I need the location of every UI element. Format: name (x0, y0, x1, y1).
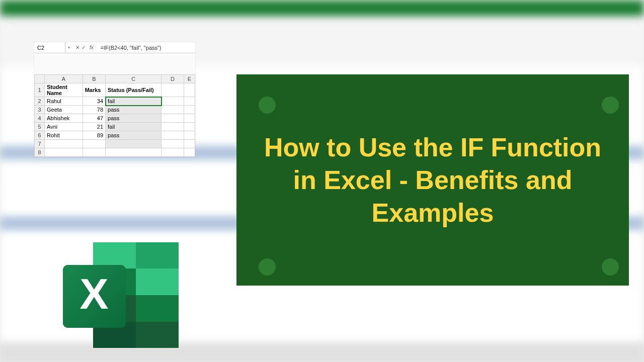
formula-input[interactable]: =IF(B2<40, "fail", "pass") (99, 45, 195, 51)
cell[interactable]: Abhishek (45, 114, 83, 123)
row-header[interactable]: 2 (35, 97, 45, 106)
cell[interactable] (45, 148, 83, 157)
cell[interactable] (162, 140, 184, 148)
cell[interactable] (184, 114, 195, 123)
formula-bar: C2 ▾ ✕ ✓ fx =IF(B2<40, "fail", "pass") (34, 42, 195, 53)
cell[interactable]: 47 (83, 114, 105, 123)
cell[interactable]: pass (106, 131, 162, 140)
col-header[interactable]: B (83, 75, 105, 83)
cell[interactable] (83, 148, 105, 157)
col-header[interactable]: A (45, 75, 83, 83)
decoration-dot (602, 258, 619, 276)
excel-snippet: C2 ▾ ✕ ✓ fx =IF(B2<40, "fail", "pass") A… (34, 42, 195, 157)
spreadsheet-grid[interactable]: A B C D E 1 Student Name Marks Status (P… (34, 74, 195, 157)
svg-rect-6 (136, 295, 179, 322)
cell[interactable]: Avni (45, 123, 83, 131)
cell[interactable] (162, 148, 184, 157)
name-box[interactable]: C2 (34, 42, 65, 53)
svg-text:X: X (79, 269, 108, 318)
col-header[interactable]: C (106, 75, 162, 83)
cell[interactable] (162, 106, 184, 114)
title-card: How to Use the IF Function in Excel - Be… (236, 74, 629, 286)
decoration-dot (602, 97, 619, 114)
cell[interactable] (184, 140, 195, 148)
cell[interactable] (184, 148, 195, 157)
cell[interactable]: 89 (83, 131, 105, 140)
cell[interactable] (184, 83, 195, 97)
cell[interactable]: pass (106, 106, 162, 114)
cell[interactable]: Rahul (45, 97, 83, 106)
col-header[interactable]: D (162, 75, 184, 83)
cell[interactable]: Status (Pass/Fail) (106, 83, 162, 97)
cell[interactable] (184, 131, 195, 140)
fx-icon[interactable]: fx (88, 45, 96, 50)
cell[interactable]: 78 (83, 106, 105, 114)
cell[interactable] (162, 131, 184, 140)
cell[interactable] (106, 148, 162, 157)
cell[interactable]: 21 (83, 123, 105, 131)
decoration-dot (259, 97, 276, 114)
cell[interactable]: fail (106, 123, 162, 131)
cell[interactable] (162, 114, 184, 123)
cell[interactable] (162, 123, 184, 131)
cancel-icon[interactable]: ✕ (75, 45, 79, 50)
decoration-dot (259, 258, 276, 276)
row-header[interactable]: 1 (35, 83, 45, 97)
cell[interactable] (184, 123, 195, 131)
svg-rect-4 (136, 268, 179, 295)
svg-rect-2 (136, 242, 179, 268)
cell[interactable]: 34 (83, 97, 105, 106)
row-header[interactable]: 6 (35, 131, 45, 140)
excel-logo-icon: X (58, 237, 184, 353)
cell[interactable]: Marks (83, 83, 105, 97)
cell[interactable] (184, 106, 195, 114)
cell[interactable] (45, 140, 83, 148)
row-header[interactable]: 7 (35, 140, 45, 148)
formula-bar-buttons: ✕ ✓ fx (72, 45, 99, 50)
svg-rect-1 (93, 242, 136, 268)
row-header[interactable]: 8 (35, 148, 45, 157)
ribbon-spacer (34, 53, 195, 74)
select-all-corner[interactable] (35, 75, 45, 83)
cell[interactable]: pass (106, 114, 162, 123)
cell[interactable] (106, 140, 162, 148)
title-text: How to Use the IF Function in Excel - Be… (257, 131, 609, 229)
cell[interactable]: fail (106, 97, 162, 106)
svg-rect-8 (136, 322, 179, 348)
cell[interactable] (162, 83, 184, 97)
row-header[interactable]: 5 (35, 123, 45, 131)
cell[interactable] (83, 140, 105, 148)
cell[interactable]: Rohit (45, 131, 83, 140)
cell[interactable]: Student Name (45, 83, 83, 97)
cell[interactable] (162, 97, 184, 106)
name-box-dropdown-icon[interactable]: ▾ (65, 45, 72, 50)
col-header[interactable]: E (184, 75, 195, 83)
enter-icon[interactable]: ✓ (82, 45, 86, 50)
row-header[interactable]: 3 (35, 106, 45, 114)
cell[interactable] (184, 97, 195, 106)
cell[interactable]: Geeta (45, 106, 83, 114)
row-header[interactable]: 4 (35, 114, 45, 123)
